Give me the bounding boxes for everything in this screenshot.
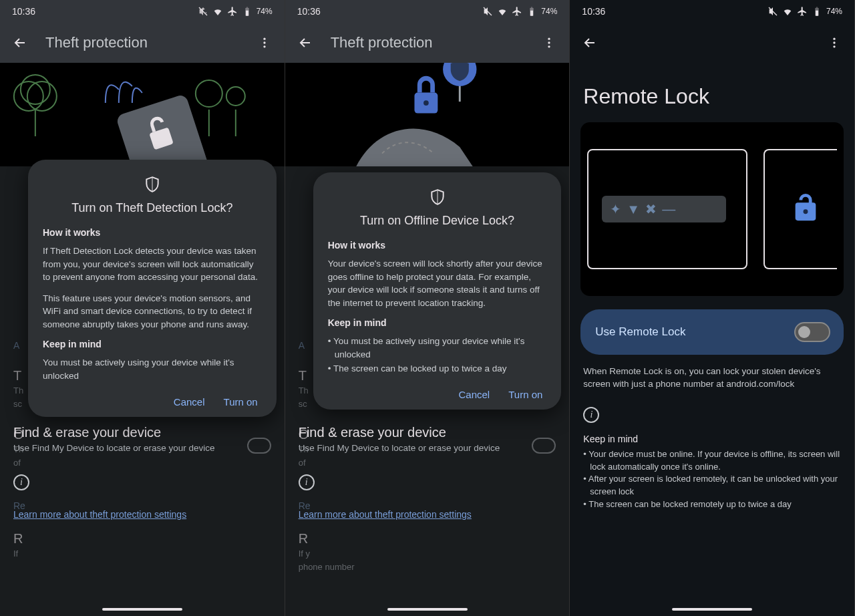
find-erase-section[interactable]: Find & erase your device Use Find My Dev… <box>0 425 285 520</box>
battery-percent: 74% <box>541 7 557 16</box>
svg-point-3 <box>21 75 50 104</box>
remote-lock-toggle-card[interactable]: Use Remote Lock <box>580 309 844 355</box>
dialog-paragraph: Your device's screen will lock shortly a… <box>328 257 547 309</box>
nav-handle[interactable] <box>387 608 468 611</box>
svg-point-14 <box>548 41 550 43</box>
battery-percent: 74% <box>826 7 842 16</box>
dialog-bullet: • The screen can be locked up to twice a… <box>328 362 547 375</box>
mute-icon <box>198 6 208 17</box>
nav-handle[interactable] <box>102 608 182 611</box>
bg-row-sub: phone number <box>299 562 355 573</box>
status-icons: 74% <box>198 6 273 17</box>
status-icons: 74% <box>767 6 842 17</box>
dialog-title: Turn on Theft Detection Lock? <box>43 201 262 215</box>
svg-point-5 <box>27 82 57 111</box>
status-bar: 10:36 74% <box>0 0 285 23</box>
page-title: Theft protection <box>331 34 524 51</box>
phone-screen-3: 10:36 74% Remote Lock ✦▼✖— Use Remot <box>570 0 855 616</box>
password-field-illustration: ✦▼✖— <box>602 196 726 222</box>
svg-point-23 <box>804 209 808 214</box>
nav-handle[interactable] <box>672 608 752 611</box>
svg-point-4 <box>14 82 43 111</box>
svg-point-20 <box>833 38 835 40</box>
dialog-actions: Cancel Turn on <box>328 389 547 400</box>
back-button[interactable] <box>293 31 317 55</box>
info-icon: i <box>299 474 315 490</box>
page-title: Remote Lock <box>570 63 854 122</box>
confirm-button[interactable]: Turn on <box>224 396 258 408</box>
svg-point-1 <box>263 41 265 43</box>
clock: 10:36 <box>582 6 605 17</box>
clock: 10:36 <box>297 6 321 17</box>
dialog-heading: How it works <box>328 240 547 251</box>
bg-link: A <box>299 340 305 351</box>
bullet: • Your device must be online. If your de… <box>583 448 841 474</box>
dialog-bullet: • You must be actively using your device… <box>328 335 547 361</box>
bg-row-sub: Th <box>299 386 309 397</box>
back-button[interactable] <box>578 31 602 55</box>
hero-illustration <box>285 63 570 166</box>
back-button[interactable] <box>8 31 32 55</box>
bullet: • The screen can be locked remotely up t… <box>583 498 841 511</box>
confirm-dialog: Turn on Theft Detection Lock? How it wor… <box>28 160 277 417</box>
dialog-heading: How it works <box>43 227 262 238</box>
status-bar: 10:36 74% <box>285 0 570 23</box>
learn-more-link[interactable]: Learn more about theft protection settin… <box>299 509 472 520</box>
phone-screen-1: 10:36 74% Theft protection <box>0 0 285 616</box>
wifi-icon <box>212 6 223 17</box>
status-bar: 10:36 74% <box>570 0 854 23</box>
cancel-button[interactable]: Cancel <box>459 389 490 400</box>
svg-point-21 <box>833 41 835 43</box>
shield-icon <box>43 176 262 193</box>
battery-icon <box>812 6 822 17</box>
svg-point-13 <box>548 38 550 40</box>
battery-icon <box>242 6 252 17</box>
keep-in-mind-heading: Keep in mind <box>583 434 841 444</box>
find-subtitle: Use Find My Device to locate or erase yo… <box>299 443 556 453</box>
dialog-title: Turn on Offline Device Lock? <box>328 214 547 228</box>
find-title: Find & erase your device <box>299 425 556 440</box>
svg-point-0 <box>263 38 265 40</box>
bg-row-sub: sc <box>13 399 23 410</box>
shield-icon <box>328 188 547 206</box>
lock-open-icon <box>790 192 821 226</box>
dialog-actions: Cancel Turn on <box>43 396 262 408</box>
bg-row-title: T <box>13 368 23 383</box>
bg-row-sub: sc <box>299 399 309 410</box>
dialog-paragraph: This feature uses your device's motion s… <box>43 292 262 331</box>
app-bar <box>570 23 854 63</box>
laptop-illustration: ✦▼✖— <box>587 149 747 269</box>
svg-point-9 <box>226 87 245 106</box>
cancel-button[interactable]: Cancel <box>174 396 205 408</box>
clock: 10:36 <box>12 6 35 17</box>
overflow-menu[interactable] <box>252 31 277 55</box>
bg-row-sub: Th <box>13 386 23 397</box>
learn-more-link[interactable]: Learn more about theft protection settin… <box>13 509 186 520</box>
airplane-icon <box>512 6 522 17</box>
svg-point-22 <box>833 45 835 47</box>
svg-point-15 <box>548 45 550 47</box>
toggle-switch[interactable] <box>794 322 830 342</box>
bg-row-sub: If <box>13 549 23 560</box>
info-icon: i <box>583 407 599 423</box>
bg-row-title: T <box>299 368 309 383</box>
bg-link: A <box>13 340 19 351</box>
page-title: Theft protection <box>45 34 239 51</box>
svg-point-2 <box>263 45 265 47</box>
info-icon: i <box>13 474 29 490</box>
mute-icon <box>482 6 493 17</box>
airplane-icon <box>797 6 808 17</box>
find-erase-section[interactable]: Find & erase your device Use Find My Dev… <box>285 425 570 520</box>
dialog-heading: Keep in mind <box>328 317 547 328</box>
confirm-button[interactable]: Turn on <box>508 389 542 400</box>
wifi-icon <box>782 6 793 17</box>
overflow-menu[interactable] <box>822 31 846 55</box>
bullet: • After your screen is locked remotely, … <box>583 473 841 498</box>
mute-icon <box>767 6 778 17</box>
dialog-paragraph: If Theft Detection Lock detects your dev… <box>43 245 262 284</box>
hero-illustration: ✦▼✖— <box>580 122 844 296</box>
confirm-dialog: Turn on Offline Device Lock? How it work… <box>313 172 562 410</box>
svg-point-7 <box>196 80 222 107</box>
app-bar: Theft protection <box>0 23 285 63</box>
overflow-menu[interactable] <box>537 31 561 55</box>
